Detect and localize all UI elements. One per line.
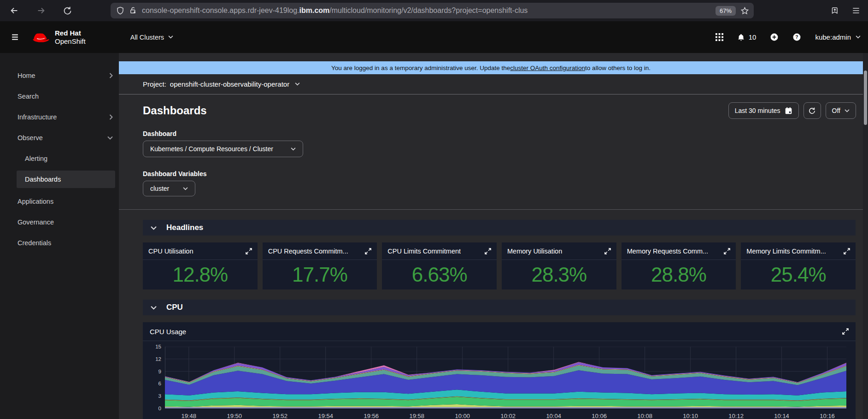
import-plus-icon[interactable] [770,33,779,41]
dashboard-select[interactable]: Kubernetes / Compute Resources / Cluster [143,141,303,157]
zoom-level-badge[interactable]: 67% [716,6,736,16]
refresh-icon [808,107,816,115]
user-menu-dropdown[interactable]: kube:admin [815,33,861,41]
headline-value: 25.4% [741,260,856,289]
main-content: You are logged in as a temporary adminis… [119,53,868,419]
bell-icon [737,33,745,41]
app-launcher-icon[interactable] [716,33,723,41]
time-range-button[interactable]: Last 30 minutes [728,102,799,119]
temp-admin-banner: You are logged in as a temporary adminis… [119,61,863,74]
sidebar-item-search[interactable]: Search [0,86,119,106]
refresh-button[interactable] [803,102,821,119]
browser-reload-icon[interactable] [63,6,72,16]
chevron-down-icon [151,226,157,230]
notifications-button[interactable]: 10 [737,33,757,41]
scrollbar-thumb[interactable] [864,71,867,125]
notification-count: 10 [749,33,757,41]
headlines-section-toggle[interactable]: Headlines [143,220,856,236]
x-tick-label: 19:48 [181,413,196,419]
chevron-right-icon [109,73,113,78]
chevron-right-icon [109,114,113,120]
calendar-icon [785,107,792,115]
expand-icon[interactable] [604,248,611,254]
nav-toggle-icon[interactable] [0,33,19,41]
sidebar-item-applications[interactable]: Applications [0,191,119,212]
headline-value: 12.8% [143,260,258,289]
page-title: Dashboards [143,104,207,117]
redhat-hat-icon [31,30,51,45]
sidebar-item-governance[interactable]: Governance [0,212,119,232]
browser-library-icon[interactable] [830,6,839,15]
cluster-variable-select[interactable]: cluster [143,181,195,196]
headline-card-cpu-limits: CPU Limits Commitment 6.63% [382,242,497,289]
cpu-section-toggle[interactable]: CPU [143,300,856,315]
x-tick-label: 10:14 [774,413,789,419]
expand-icon[interactable] [246,248,252,254]
x-tick-label: 10:12 [728,413,744,419]
cluster-selector-dropdown[interactable]: All Clusters [130,34,173,41]
x-tick-label: 19:58 [409,413,424,419]
x-tick-label: 10:02 [500,413,516,419]
caret-down-icon [168,35,173,39]
vertical-scrollbar[interactable] [863,53,868,419]
redhat-openshift-logo[interactable]: Red Hat OpenShift [31,29,86,45]
address-bar[interactable]: console-openshift-console.apps.rdr-jeev-… [111,3,754,18]
tracking-shield-icon[interactable] [116,6,124,15]
browser-forward-icon[interactable] [36,6,46,16]
headline-value: 6.63% [382,260,497,289]
cpu-usage-xaxis: 19:4819:5019:5219:5419:5619:5810:0010:02… [165,413,846,419]
y-tick-label: 3 [143,393,161,399]
y-tick-label: 12 [143,356,161,362]
headline-value: 28.3% [502,260,616,289]
x-tick-label: 19:54 [318,413,333,419]
x-tick-label: 19:56 [364,413,379,419]
username: kube:admin [815,33,851,41]
x-tick-label: 19:50 [227,413,242,419]
expand-icon[interactable] [724,248,730,254]
sidebar-nav: Home Search Infrastructure Observe Alert… [0,53,119,419]
caret-down-icon [291,148,296,151]
expand-icon[interactable] [485,248,491,254]
url-text: console-openshift-console.apps.rdr-jeev-… [142,6,711,15]
sidebar-item-alerting[interactable]: Alerting [0,148,119,169]
headline-card-cpu-utilisation: CPU Utilisation 12.8% [143,242,258,289]
bookmark-star-icon[interactable] [740,6,749,15]
y-tick-label: 15 [143,344,161,349]
insecure-lock-icon[interactable] [129,6,137,15]
cpu-usage-panel: CPU Usage 03691215 19:4819:5019:5219:541… [143,322,856,419]
browser-menu-icon[interactable] [851,6,861,15]
sidebar-item-dashboards[interactable]: Dashboards [17,171,115,188]
refresh-interval-dropdown[interactable]: Off [826,102,856,119]
sidebar-item-observe[interactable]: Observe [0,127,119,148]
cpu-usage-chart-svg [165,347,846,408]
y-tick-label: 0 [143,406,161,411]
browser-chrome: console-openshift-console.apps.rdr-jeev-… [0,0,868,21]
browser-back-icon[interactable] [9,6,19,16]
brand-line1: Red Hat [55,29,86,37]
expand-icon[interactable] [842,328,849,335]
x-tick-label: 10:10 [683,413,698,419]
dashboard-field-label: Dashboard [119,119,868,141]
project-selector-dropdown[interactable]: Project: openshift-cluster-observability… [119,74,863,94]
sidebar-item-credentials[interactable]: Credentials [0,232,119,253]
section-divider [119,209,863,210]
cpu-usage-plot[interactable] [165,347,846,408]
oauth-config-link[interactable]: cluster OAuth configuration [510,65,585,71]
help-icon[interactable]: ? [792,33,801,41]
expand-icon[interactable] [844,248,850,254]
x-tick-label: 10:06 [592,413,607,419]
panel-title: CPU Usage [150,328,186,336]
sidebar-item-home[interactable]: Home [0,65,119,86]
svg-text:?: ? [796,35,798,40]
x-tick-label: 10:00 [455,413,470,419]
caret-down-icon [845,109,850,112]
expand-icon[interactable] [365,248,371,254]
y-tick-label: 6 [143,381,161,386]
x-tick-label: 10:16 [820,413,835,419]
brand-line2: OpenShift [55,37,86,45]
caret-down-icon [856,35,861,39]
sidebar-item-infrastructure[interactable]: Infrastructure [0,106,119,127]
headline-cards-row: CPU Utilisation 12.8% CPU Requests Commi… [143,242,856,289]
caret-down-icon [295,83,300,86]
headline-card-memory-utilisation: Memory Utilisation 28.3% [502,242,616,289]
